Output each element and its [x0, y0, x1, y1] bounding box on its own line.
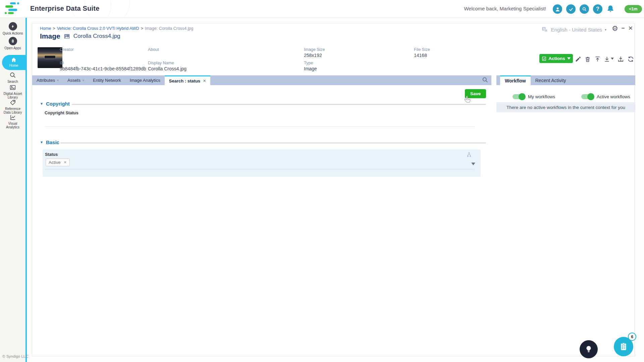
- my-workflows-toggle[interactable]: [513, 94, 525, 99]
- entity-file-name: Corolla Cross4.jpg: [73, 33, 120, 40]
- gear-icon[interactable]: ⚙: [612, 25, 618, 32]
- tasks-button[interactable]: [566, 4, 576, 14]
- section-header-basic[interactable]: ▼ Basic: [40, 139, 59, 145]
- syndigo-logo[interactable]: [5, 2, 19, 15]
- about-label: About: [148, 47, 159, 52]
- actions-button[interactable]: Actions: [539, 54, 573, 63]
- delete-button[interactable]: [584, 56, 591, 63]
- breadcrumb-vehicle-link[interactable]: Vehicle: Corolla Cross 2.0 VVTi Hybrid A…: [57, 26, 139, 31]
- bell-icon: [606, 5, 614, 13]
- chevron-down-icon: [567, 57, 571, 60]
- window-controls: ⚙ − ✕: [612, 25, 633, 32]
- check-icon: [569, 7, 574, 12]
- copyright-status-label: Copyright Status: [45, 111, 78, 115]
- workflow-empty-message: There are no active workflows in the cur…: [496, 102, 635, 112]
- breadcrumb-home-link[interactable]: Home: [40, 26, 51, 31]
- help-button[interactable]: ?: [593, 4, 602, 14]
- sidebar-item-reference-data-library[interactable]: Reference Data Library: [0, 99, 25, 114]
- chart-icon: [9, 114, 16, 121]
- tab-entity-network[interactable]: Entity Network: [89, 75, 125, 85]
- active-workflows-toggle[interactable]: [581, 94, 594, 99]
- collapse-caret-icon: ▼: [40, 140, 43, 144]
- open-apps-count-badge: 8: [9, 37, 17, 45]
- mouse-cursor: [464, 96, 472, 104]
- status-value-chip[interactable]: Active ✕: [46, 159, 70, 166]
- minimize-icon[interactable]: −: [622, 25, 625, 32]
- section-header-copyright[interactable]: ▼ Copyright: [40, 101, 70, 107]
- image-size-label: Image Size: [304, 47, 325, 52]
- page-title: Image Corolla Cross4.jpg: [40, 32, 120, 40]
- locale-value: English - United States: [551, 27, 602, 33]
- file-size-value: 14168: [414, 53, 427, 58]
- collapse-caret-icon: ▼: [40, 102, 43, 106]
- translate-icon: A: [541, 26, 548, 33]
- display-name-label: Display Name: [148, 61, 174, 65]
- tab-recent-activity[interactable]: Recent Activity: [531, 75, 571, 85]
- refresh-button[interactable]: [627, 56, 634, 63]
- entity-type-label: Image: [40, 32, 60, 40]
- tab-image-analytics[interactable]: Image Analytics: [125, 75, 165, 85]
- id-value: 9b8484fb-743c-41c1-9cbe-85584f1289db: [60, 66, 146, 71]
- asset-thumbnail[interactable]: [38, 47, 62, 68]
- image-icon: [9, 84, 16, 91]
- user-avatar[interactable]: [553, 4, 562, 14]
- chevron-down-icon: ▾: [83, 78, 84, 82]
- entity-detail-card: Home>Vehicle: Corolla Cross 2.0 VVTi Hyb…: [32, 23, 635, 356]
- download-options-caret[interactable]: [611, 58, 614, 60]
- global-search-button[interactable]: [580, 4, 589, 14]
- upload-button[interactable]: [594, 56, 601, 63]
- sidebar-item-digital-asset-library[interactable]: Digital Asset Library: [0, 84, 25, 99]
- hierarchy-icon[interactable]: [466, 152, 472, 158]
- dropdown-caret-icon[interactable]: [471, 163, 475, 165]
- clipboard-icon: [619, 342, 628, 351]
- remove-value-icon[interactable]: ✕: [63, 160, 66, 165]
- chevron-down-icon: [611, 58, 614, 60]
- tab-search-button[interactable]: [482, 76, 488, 83]
- locale-selector[interactable]: A English - United States ▾: [541, 26, 606, 33]
- person-icon: [555, 6, 560, 12]
- breadcrumb-current: Image: Corolla Cross4.jpg: [145, 26, 194, 31]
- upload-icon: [594, 56, 601, 63]
- type-label: Type: [304, 61, 313, 65]
- close-tab-icon[interactable]: ✕: [203, 79, 206, 83]
- edit-button[interactable]: [575, 56, 582, 63]
- import-button[interactable]: [617, 56, 624, 63]
- status-label: Status: [45, 152, 58, 157]
- session-timer-badge[interactable]: <1m: [625, 5, 642, 13]
- app-title: Enterprise Data Suite: [30, 5, 100, 12]
- download-icon: [603, 56, 610, 63]
- type-value: Image: [304, 66, 317, 71]
- tab-assets[interactable]: Assets ▾: [63, 75, 89, 85]
- tab-workflow[interactable]: Workflow: [500, 75, 531, 85]
- todo-count-badge[interactable]: 6: [628, 333, 636, 341]
- home-icon: [11, 57, 17, 63]
- breadcrumb: Home>Vehicle: Corolla Cross 2.0 VVTi Hyb…: [40, 26, 193, 31]
- sidebar-item-quick-actions[interactable]: Quick Actions: [0, 22, 25, 35]
- input-underline: [45, 169, 475, 169]
- lightning-icon: [9, 22, 17, 31]
- sync-icon: [627, 56, 634, 63]
- import-tray-icon: [617, 56, 624, 63]
- field-divider: [45, 126, 475, 127]
- sidebar-accent-line: [25, 18, 27, 362]
- assistant-button[interactable]: [580, 340, 598, 358]
- notifications-button[interactable]: [606, 5, 614, 13]
- sidebar-item-home[interactable]: Home: [2, 55, 25, 70]
- tab-attributes[interactable]: Attributes ▾: [32, 75, 63, 85]
- sidebar: Quick Actions 8 Open Apps Home Search Di…: [0, 18, 25, 362]
- close-icon[interactable]: ✕: [628, 25, 633, 32]
- sidebar-item-search[interactable]: Search: [0, 71, 25, 83]
- copyright-footer: © Syndigo LLC: [2, 354, 29, 358]
- search-icon: [482, 76, 488, 83]
- tab-search-status[interactable]: Search : status ✕: [165, 75, 210, 85]
- image-type-icon: [63, 33, 70, 40]
- id-label: ID: [60, 61, 64, 65]
- sidebar-item-open-apps[interactable]: 8 Open Apps: [0, 37, 25, 50]
- chevron-down-icon: ▾: [57, 78, 59, 82]
- sidebar-item-visual-analytics[interactable]: Visual Analytics: [0, 114, 25, 129]
- checkbox-icon: [542, 56, 546, 61]
- my-workflows-label: My workflows: [528, 94, 555, 99]
- question-icon: ?: [596, 6, 599, 12]
- search-icon: [9, 71, 16, 79]
- download-button[interactable]: [603, 56, 610, 63]
